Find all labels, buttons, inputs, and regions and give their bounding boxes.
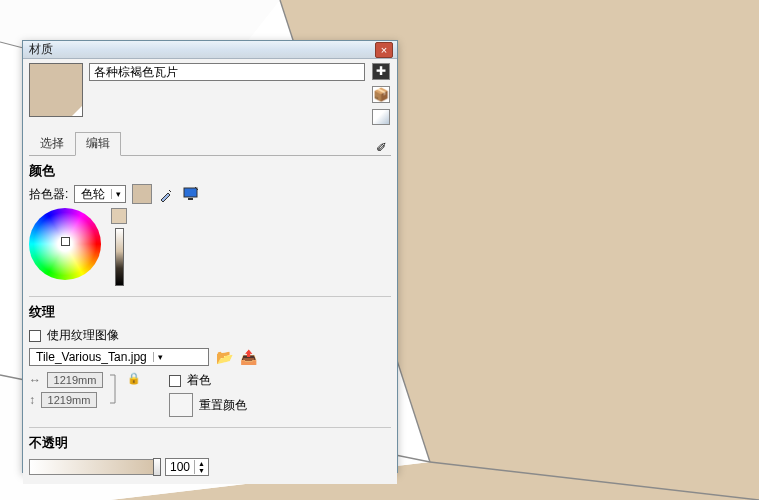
aspect-lock-icon[interactable]: 🔒 (127, 372, 141, 385)
default-material-button[interactable] (372, 109, 390, 126)
colorize-swatch[interactable] (169, 393, 193, 417)
colorize-label: 着色 (187, 372, 211, 389)
chevron-down-icon: ▾ (111, 189, 125, 199)
use-texture-checkbox[interactable] (29, 330, 41, 342)
material-name-input[interactable] (89, 63, 365, 81)
spin-up-icon[interactable]: ▲ (195, 460, 208, 467)
use-texture-label: 使用纹理图像 (47, 327, 119, 344)
width-arrow-icon: ↔ (29, 373, 41, 387)
reset-color-label[interactable]: 重置颜色 (199, 397, 247, 414)
titlebar[interactable]: 材质 × (23, 41, 397, 59)
color-wheel[interactable] (29, 208, 101, 280)
materials-dialog: 材质 × ✚ 📦 选择 编辑 ✐ 颜色 拾色器: 色轮 (22, 40, 398, 473)
section-texture-label: 纹理 (29, 303, 391, 321)
window-title: 材质 (27, 41, 375, 58)
colorize-checkbox[interactable] (169, 375, 181, 387)
tab-select[interactable]: 选择 (29, 132, 75, 155)
aspect-lock-bracket (110, 372, 120, 406)
opacity-slider[interactable] (29, 459, 159, 475)
value-swatch (111, 208, 127, 224)
svg-rect-7 (184, 188, 197, 197)
export-texture-icon[interactable]: 📤 (239, 348, 257, 366)
opacity-value-input[interactable] (166, 460, 194, 474)
create-material-button[interactable]: ✚ (372, 63, 390, 80)
svg-rect-8 (188, 198, 193, 200)
color-swatch[interactable] (132, 184, 152, 204)
eyedropper-icon[interactable]: ✐ (371, 140, 391, 155)
texture-file-value: Tile_Various_Tan.jpg (30, 350, 153, 364)
height-arrow-icon: ↕ (29, 393, 35, 407)
browse-texture-icon[interactable]: 📂 (215, 348, 233, 366)
texture-height-input[interactable] (41, 392, 97, 408)
match-color-screen-icon[interactable] (182, 185, 200, 203)
section-color-label: 颜色 (29, 162, 391, 180)
texture-file-select[interactable]: Tile_Various_Tan.jpg ▾ (29, 348, 209, 366)
picker-mode-value: 色轮 (75, 186, 111, 203)
picker-label: 拾色器: (29, 186, 68, 203)
section-opacity-label: 不透明 (29, 434, 391, 452)
tab-edit[interactable]: 编辑 (75, 132, 121, 156)
material-swatch[interactable] (29, 63, 83, 117)
add-to-library-button[interactable]: 📦 (372, 86, 390, 103)
opacity-spinner[interactable]: ▲ ▼ (165, 458, 209, 476)
chevron-down-icon: ▾ (153, 352, 167, 362)
tabs: 选择 编辑 ✐ (29, 131, 391, 156)
texture-width-input[interactable] (47, 372, 103, 388)
spin-down-icon[interactable]: ▼ (195, 467, 208, 474)
match-color-object-icon[interactable] (158, 185, 176, 203)
picker-mode-select[interactable]: 色轮 ▾ (74, 185, 126, 203)
close-button[interactable]: × (375, 42, 393, 58)
value-slider[interactable] (115, 228, 124, 286)
